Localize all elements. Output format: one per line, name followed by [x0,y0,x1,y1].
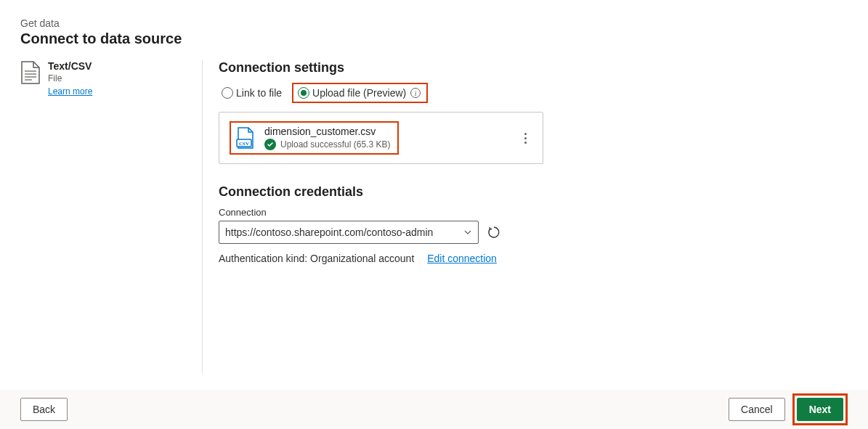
next-button-highlight: Next [792,393,848,425]
page-title: Connect to data source [20,30,848,47]
document-icon [20,60,41,85]
back-button[interactable]: Back [20,398,68,421]
source-summary: Text/CSV File Learn more [20,60,202,374]
footer-bar: Back Cancel Next [0,390,868,429]
radio-selected-icon [298,87,309,99]
uploaded-file-card: CSV dimension_customer.csv [219,112,543,164]
file-status-text: Upload successful (65.3 KB) [280,139,390,150]
learn-more-link[interactable]: Learn more [48,86,92,97]
more-options-icon[interactable] [518,130,532,147]
file-name: dimension_customer.csv [264,126,390,137]
info-icon[interactable]: i [410,88,421,98]
authentication-kind-text: Authentication kind: Organizational acco… [219,253,414,264]
edit-connection-link[interactable]: Edit connection [427,253,497,264]
breadcrumb: Get data [20,17,848,29]
file-highlight: CSV dimension_customer.csv [230,121,399,155]
connection-select[interactable]: https://contoso.sharepoint.com/contoso-a… [219,221,479,244]
source-title: Text/CSV [48,60,92,72]
radio-unselected-icon [222,87,233,99]
radio-upload-label: Upload file (Preview) [312,87,406,99]
success-check-icon [264,139,276,150]
svg-text:CSV: CSV [239,141,249,147]
csv-file-icon: CSV [235,126,256,150]
connection-field-label: Connection [219,207,553,218]
connection-credentials-title: Connection credentials [219,184,553,200]
connection-settings-title: Connection settings [219,60,553,75]
vertical-divider [202,60,203,374]
radio-link-to-file[interactable]: Link to file [219,86,285,100]
upload-file-highlight: Upload file (Preview) i [292,83,428,103]
cancel-button[interactable]: Cancel [729,398,785,421]
refresh-icon[interactable] [487,226,500,239]
connection-select-value: https://contoso.sharepoint.com/contoso-a… [225,226,433,238]
next-button[interactable]: Next [797,398,843,421]
radio-upload-file[interactable]: Upload file (Preview) i [295,86,423,100]
radio-link-label: Link to file [236,87,282,99]
source-subtitle: File [48,73,92,83]
chevron-down-icon [463,228,472,237]
